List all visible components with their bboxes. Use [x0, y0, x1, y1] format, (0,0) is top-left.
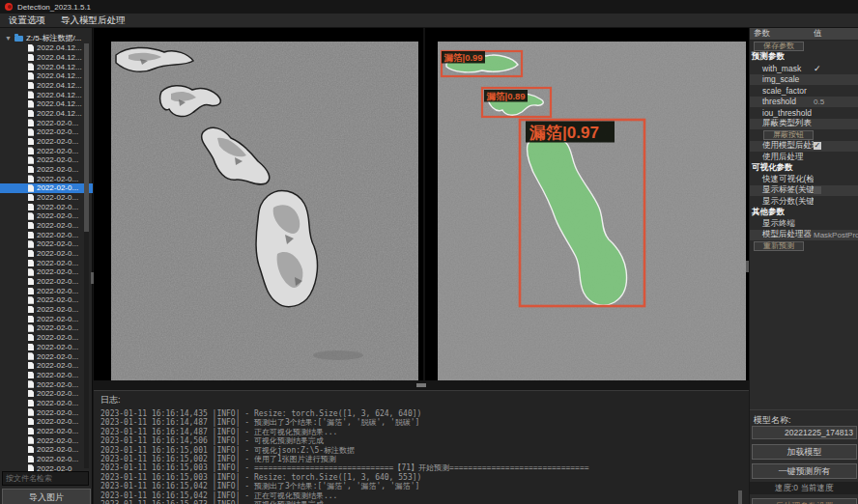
tree-item-label: 2022-02-0...: [37, 361, 78, 370]
tree-item[interactable]: 2022-02-0...: [0, 371, 93, 380]
param-row[interactable]: 显示终端: [750, 218, 858, 230]
param-action-button[interactable]: 保存参数: [754, 42, 804, 51]
tree-item-label: 2022-02-0...: [37, 343, 78, 351]
tree-item[interactable]: 2022-02-0...: [0, 343, 93, 352]
tree-item-label: 2022-02-0...: [37, 221, 78, 230]
tree-item[interactable]: 2022-02-0...: [0, 146, 93, 155]
tree-item[interactable]: 2022.04.12...: [0, 62, 93, 71]
param-row[interactable]: 使用模型后处理: [750, 141, 858, 153]
tree-item[interactable]: 2022-02-0...: [0, 211, 93, 221]
tree-scrollbar-thumb[interactable]: [84, 43, 89, 232]
param-row[interactable]: 快速可视化(检测): [750, 174, 858, 185]
tree-item[interactable]: 2022-02-0...: [0, 118, 93, 127]
tree-item[interactable]: 2022-02-0...: [0, 239, 93, 249]
param-action-button[interactable]: 屏蔽按钮: [763, 130, 814, 140]
tree-item[interactable]: 2022-02-0...: [0, 230, 93, 239]
tree-item[interactable]: 2022.04.12...: [0, 90, 93, 99]
param-checkbox[interactable]: [814, 186, 821, 194]
log-title: 日志:: [100, 394, 749, 406]
tree-item[interactable]: 2022-02-0...: [0, 455, 93, 464]
tree-item[interactable]: 2022-02-0...: [0, 267, 93, 277]
tree-item[interactable]: 2022-02-0...: [0, 305, 93, 315]
tree-item[interactable]: 2022-02-0...: [0, 427, 93, 436]
right-splitter-grip[interactable]: [746, 261, 749, 272]
tree-item[interactable]: 2022-02-0...: [0, 333, 93, 343]
file-icon: [28, 436, 34, 444]
param-row[interactable]: threshold0.5: [750, 97, 858, 108]
param-row[interactable]: 保存参数: [750, 41, 858, 52]
tree-item[interactable]: 2022-02-0...: [0, 258, 93, 267]
tree-item[interactable]: 2022-02-0...: [0, 417, 93, 427]
tree-scrollbar[interactable]: [84, 43, 89, 468]
log-lines: 2023-01-11 16:16:14,435 |INFO| - Resize:…: [100, 409, 749, 504]
param-row[interactable]: 重新预测: [750, 240, 858, 252]
load-model-button[interactable]: 加载模型: [752, 444, 857, 460]
tree-item[interactable]: 2022-02-0...: [0, 351, 93, 361]
param-row[interactable]: 屏蔽类型列表: [750, 119, 858, 130]
model-name-field[interactable]: 20221225_174813: [752, 426, 857, 439]
tree-item[interactable]: 2022-02-0...: [0, 379, 93, 389]
tree-item[interactable]: 2022-02-0...: [0, 323, 93, 333]
param-row[interactable]: scale_factor: [750, 85, 858, 97]
tree-item[interactable]: 2022-02-0...: [0, 202, 93, 211]
tree-item[interactable]: 2022-02-0...: [0, 445, 93, 455]
param-checkbox[interactable]: [814, 142, 821, 150]
param-row[interactable]: with_mask✓: [750, 63, 858, 74]
tree-item[interactable]: 2022-02-0...: [0, 249, 93, 259]
tree-item[interactable]: 2022-02-0...: [0, 277, 93, 287]
tree-item[interactable]: 2022-02-0...: [0, 314, 93, 323]
predict-all-button[interactable]: 一键预测所有: [752, 463, 857, 479]
tree-item[interactable]: 2022-02-0...: [0, 286, 93, 295]
tree-item[interactable]: 2022.04.12...: [0, 53, 93, 63]
log-splitter[interactable]: [94, 380, 749, 390]
tree-item[interactable]: 2022.04.12...: [0, 71, 93, 81]
tree-item[interactable]: 2022-02-0...: [0, 137, 93, 147]
param-row[interactable]: iou_threshold: [750, 107, 858, 119]
tree-item[interactable]: 2022-02-0...: [0, 221, 93, 231]
param-row[interactable]: img_scale: [750, 74, 858, 86]
param-row[interactable]: 显示分数(关键点): [750, 196, 858, 208]
param-action-button[interactable]: 重新预测: [754, 241, 804, 251]
tree-item[interactable]: 2022.04.12...: [0, 109, 93, 119]
param-value[interactable]: MaskPostPro: [814, 231, 858, 239]
menu-import-postprocess[interactable]: 导入模型后处理: [61, 14, 126, 27]
tree-item[interactable]: 2022-02-0...: [0, 193, 93, 203]
tree-item[interactable]: 2022-02-0...: [0, 183, 93, 193]
tree-item-label: 2022-02-0...: [37, 155, 78, 164]
log-line: 2023-01-11 16:16:15,073 |INFO| - 可视化预测结果…: [100, 500, 749, 504]
tree-item-label: 2022-02-0...: [37, 315, 78, 323]
file-icon: [28, 91, 34, 98]
tree-item[interactable]: 2022-02-0...: [0, 127, 93, 137]
tree-root-folder[interactable]: ▼ Z:/5-标注数据/...: [0, 32, 93, 43]
log-splitter-grip[interactable]: [416, 383, 426, 387]
tree-item[interactable]: 2022.04.12...: [0, 43, 93, 53]
param-value[interactable]: ✓: [814, 64, 821, 73]
tree-item-label: 2022-02-0...: [37, 147, 78, 155]
tree-item[interactable]: 2022-02-0...: [0, 361, 93, 371]
tree-item[interactable]: 2022-02-0...: [0, 407, 93, 417]
tree-item-label: 2022-02-0...: [37, 249, 78, 258]
tree-item[interactable]: 2022.04.12...: [0, 99, 93, 109]
left-splitter-grip[interactable]: [91, 272, 94, 284]
filename-search-input[interactable]: [2, 471, 89, 486]
param-row[interactable]: 使用后处理: [750, 152, 858, 163]
tree-item[interactable]: 2022-02-0...: [0, 295, 93, 305]
param-row[interactable]: 屏蔽按钮: [750, 129, 858, 141]
tree-item[interactable]: 2022-02-0...: [0, 165, 93, 175]
postprocess-settings-button[interactable]: 后处理参数设置: [752, 498, 857, 504]
caret-down-icon[interactable]: ▼: [5, 35, 12, 42]
param-row[interactable]: 模型后处理器MaskPostPro: [750, 230, 858, 241]
tree-item[interactable]: 2022-02-0...: [0, 435, 93, 445]
menu-settings[interactable]: 设置选项: [9, 14, 45, 27]
tree-item[interactable]: 2022-02-0...: [0, 174, 93, 183]
tree-item-label: 2022-02-0...: [37, 231, 78, 239]
tree-item[interactable]: 2022-02-0...: [0, 389, 93, 399]
tree-item[interactable]: 2022.04.12...: [0, 81, 93, 91]
param-row[interactable]: 显示标签(关键点): [750, 185, 858, 197]
log-scrollbar-thumb[interactable]: [738, 490, 742, 504]
detection-label-2: 漏箔|0.89: [486, 91, 526, 101]
tree-item[interactable]: 2022-02-0...: [0, 399, 93, 408]
tree-item[interactable]: 2022-02-0...: [0, 155, 93, 165]
import-images-button[interactable]: 导入图片: [2, 489, 91, 504]
param-value[interactable]: 0.5: [814, 98, 824, 106]
